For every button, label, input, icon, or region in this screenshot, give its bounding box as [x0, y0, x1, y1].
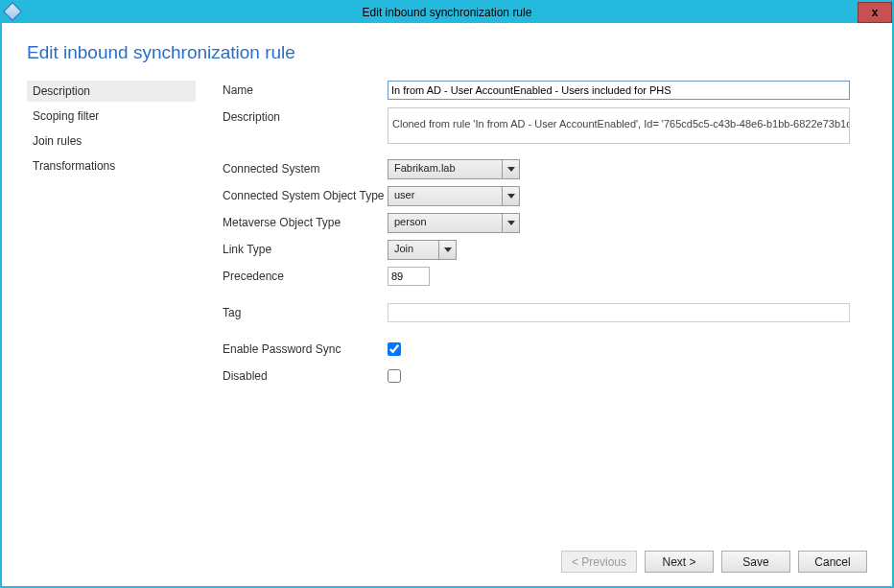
- connected-system-label: Connected System: [223, 159, 388, 176]
- previous-button[interactable]: < Previous: [561, 551, 637, 573]
- sidebar-item-scoping-filter[interactable]: Scoping filter: [27, 106, 196, 127]
- cs-object-type-select[interactable]: user: [388, 186, 520, 206]
- sidebar-item-label: Transformations: [33, 159, 115, 173]
- tag-input[interactable]: [388, 303, 850, 322]
- description-text: Cloned from rule 'In from AD - User Acco…: [392, 118, 850, 129]
- svg-marker-1: [507, 194, 515, 199]
- svg-marker-3: [444, 247, 452, 252]
- link-type-value: Join: [388, 241, 438, 259]
- sidebar-item-label: Join rules: [33, 134, 82, 148]
- window-title: Edit inbound synchronization rule: [363, 6, 532, 19]
- chevron-down-icon: [502, 214, 519, 232]
- cs-object-type-label: Connected System Object Type: [223, 186, 388, 202]
- name-input[interactable]: [388, 81, 850, 100]
- link-type-select[interactable]: Join: [388, 240, 457, 260]
- content-area: Edit inbound synchronization rule Descri…: [2, 23, 892, 586]
- app-icon: [3, 2, 22, 21]
- description-input[interactable]: Cloned from rule 'In from AD - User Acco…: [388, 107, 850, 144]
- sidebar-item-description[interactable]: Description: [27, 81, 196, 102]
- tag-label: Tag: [223, 303, 388, 319]
- chevron-down-icon: [502, 187, 519, 205]
- next-button[interactable]: Next >: [645, 551, 714, 573]
- save-button[interactable]: Save: [721, 551, 790, 573]
- sidebar: Description Scoping filter Join rules Tr…: [27, 81, 196, 543]
- sidebar-item-label: Description: [33, 84, 90, 98]
- chevron-down-icon: [502, 160, 519, 178]
- connected-system-value: Fabrikam.lab: [388, 160, 502, 178]
- name-label: Name: [223, 81, 388, 97]
- sidebar-item-label: Scoping filter: [33, 109, 99, 123]
- svg-marker-2: [507, 221, 515, 225]
- disabled-label: Disabled: [223, 366, 388, 383]
- sidebar-item-transformations[interactable]: Transformations: [27, 155, 196, 176]
- page-heading: Edit inbound synchronization rule: [27, 42, 867, 63]
- enable-password-sync-checkbox[interactable]: [388, 342, 401, 356]
- cs-object-type-value: user: [388, 187, 502, 205]
- mv-object-type-value: person: [388, 214, 502, 232]
- cancel-button[interactable]: Cancel: [798, 551, 867, 573]
- precedence-label: Precedence: [223, 267, 388, 283]
- svg-marker-0: [507, 167, 515, 172]
- enable-password-sync-label: Enable Password Sync: [223, 340, 388, 356]
- window-frame: Edit inbound synchronization rule x Edit…: [0, 0, 894, 588]
- mv-object-type-label: Metaverse Object Type: [223, 213, 388, 229]
- footer-buttons: < Previous Next > Save Cancel: [27, 543, 867, 573]
- connected-system-select[interactable]: Fabrikam.lab: [388, 159, 520, 179]
- main-area: Description Scoping filter Join rules Tr…: [27, 81, 867, 543]
- form-area: Name Description Cloned from rule 'In fr…: [196, 81, 867, 543]
- mv-object-type-select[interactable]: person: [388, 213, 520, 233]
- description-label: Description: [223, 107, 388, 124]
- sidebar-item-join-rules[interactable]: Join rules: [27, 130, 196, 152]
- close-icon: x: [872, 6, 879, 19]
- chevron-down-icon: [438, 241, 456, 259]
- disabled-checkbox[interactable]: [388, 369, 401, 383]
- link-type-label: Link Type: [223, 240, 388, 256]
- precedence-input[interactable]: [388, 267, 430, 286]
- close-button[interactable]: x: [858, 2, 892, 23]
- title-bar: Edit inbound synchronization rule x: [2, 2, 892, 23]
